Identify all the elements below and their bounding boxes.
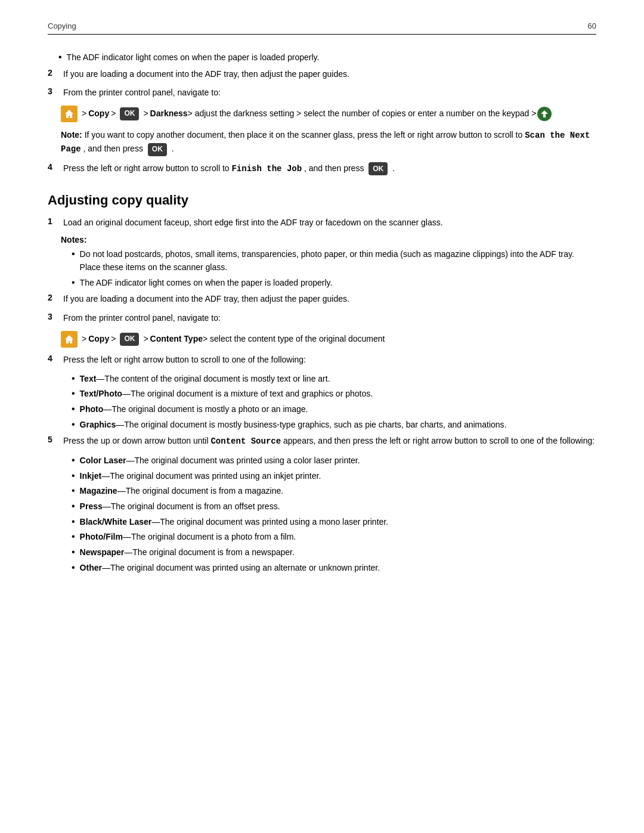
- s2-step-2: 2 If you are loading a document into the…: [48, 293, 596, 306]
- s2-nav-block-step3: > Copy > OK > Content Type > select the …: [61, 331, 596, 348]
- list-item: Text/Photo—The original document is a mi…: [72, 388, 596, 401]
- notes-bullets: Do not load postcards, photos, small ite…: [72, 248, 596, 289]
- list-item: Text—The content of the original documen…: [72, 373, 596, 386]
- top-bullets: The ADF indicator light comes on when th…: [58, 51, 596, 64]
- s2-step-5: 5 Press the up or down arrow button unti…: [48, 435, 596, 448]
- page-header: Copying 60: [48, 21, 596, 35]
- content-type-label: Content Type: [150, 332, 203, 346]
- list-item: Inkjet—The original document was printed…: [72, 470, 596, 483]
- list-item: Graphics—The original document is mostly…: [72, 419, 596, 432]
- step-2: 2 If you are loading a document into the…: [48, 68, 596, 81]
- ok-button-note: OK: [148, 143, 167, 156]
- svg-marker-1: [541, 110, 548, 117]
- list-item: Newspaper—The original document is from …: [72, 546, 596, 559]
- notes-block: Notes: Do not load postcards, photos, sm…: [61, 235, 596, 289]
- s2-step-4: 4 Press the left or right arrow button t…: [48, 354, 596, 367]
- list-item: The ADF indicator light comes on when th…: [72, 277, 596, 290]
- header-title: Copying: [48, 21, 76, 30]
- copy-label: Copy: [88, 106, 109, 121]
- copy-label-2: Copy: [88, 332, 109, 346]
- ok-button-s2: OK: [120, 333, 139, 346]
- nav-block-step3: > Copy > OK > Darkness > adjust the dark…: [61, 106, 596, 122]
- svg-marker-0: [65, 110, 73, 118]
- page: Copying 60 The ADF indicator light comes…: [0, 0, 644, 833]
- list-item: Do not load postcards, photos, small ite…: [72, 248, 596, 274]
- header-page: 60: [588, 21, 596, 30]
- notes-label: Notes:: [61, 235, 596, 244]
- list-item: Press—The original document is from an o…: [72, 500, 596, 513]
- list-item: The ADF indicator light comes on when th…: [58, 51, 596, 64]
- list-item: Black/White Laser—The original document …: [72, 516, 596, 529]
- s2-step-3: 3 From the printer control panel, naviga…: [48, 312, 596, 325]
- darkness-label: Darkness: [150, 106, 188, 121]
- list-item: Color Laser—The original document was pr…: [72, 454, 596, 467]
- s2-step-1: 1 Load an original document faceup, shor…: [48, 216, 596, 230]
- list-item: Other—The original document was printed …: [72, 562, 596, 575]
- home-icon-2: [61, 331, 78, 348]
- section-heading: Adjusting copy quality: [48, 193, 596, 208]
- ok-button-step4: OK: [369, 162, 388, 175]
- list-item: Photo—The original document is mostly a …: [72, 403, 596, 416]
- step-4: 4 Press the left or right arrow button t…: [48, 162, 596, 176]
- svg-marker-2: [65, 335, 73, 343]
- ok-button-1: OK: [120, 107, 139, 120]
- s2-step5-bullets: Color Laser—The original document was pr…: [72, 454, 596, 575]
- home-icon: [61, 106, 78, 122]
- note-block: Note: If you want to copy another docume…: [61, 128, 596, 156]
- step-3: 3 From the printer control panel, naviga…: [48, 86, 596, 100]
- list-item: Magazine—The original document is from a…: [72, 485, 596, 498]
- list-item: Photo/Film—The original document is a ph…: [72, 531, 596, 544]
- s2-step4-bullets: Text—The content of the original documen…: [72, 373, 596, 432]
- submit-icon-1: [537, 107, 552, 121]
